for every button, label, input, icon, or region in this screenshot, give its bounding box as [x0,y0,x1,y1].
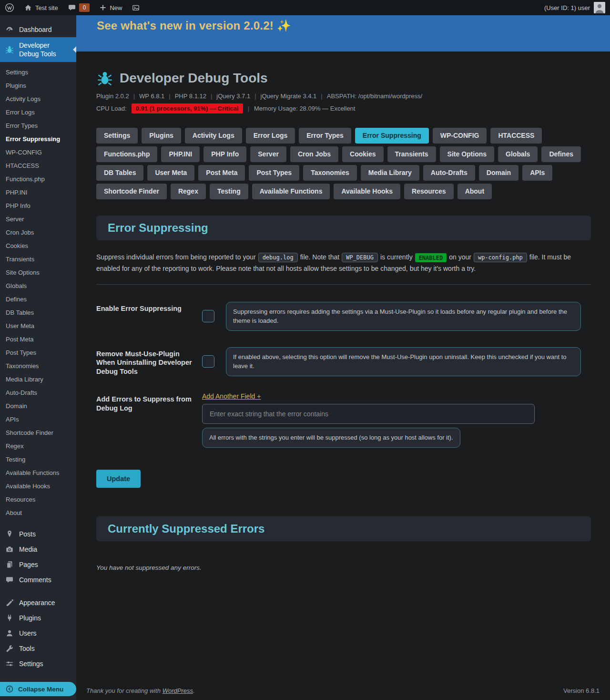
sidebar-subitem[interactable]: Globals [0,279,76,293]
site-name-link[interactable]: Test site [19,0,63,15]
tab-button[interactable]: Cookies [342,146,383,162]
tab-button[interactable]: Error Suppressing [355,128,429,144]
checkbox-rows: Enable Error Suppressing Suppressing err… [96,302,591,377]
tab-button[interactable]: Available Functions [252,184,330,199]
tab-button[interactable]: Plugins [142,128,181,144]
sidebar-subitem[interactable]: DB Tables [0,306,76,319]
tab-button[interactable]: Error Types [299,128,351,144]
comments-link[interactable]: 0 [63,0,95,15]
tab-button[interactable]: Functions.php [96,146,157,162]
sidebar-subitem[interactable]: WP-CONFIG [0,146,76,159]
tab-button[interactable]: Taxonomies [303,165,357,181]
wordpress-logo-button[interactable] [0,0,19,15]
tab-button[interactable]: Activity Logs [185,128,242,144]
tab-button[interactable]: Post Meta [198,165,245,181]
checkbox[interactable] [202,355,214,368]
tab-button[interactable]: Defines [541,146,581,162]
sidebar-item-settings[interactable]: Settings [0,656,76,671]
sidebar-subitem[interactable]: Domain [0,400,76,413]
tab-button[interactable]: Available Hooks [334,184,400,199]
tab-button[interactable]: Shortcode Finder [96,184,167,199]
tab-button[interactable]: Error Logs [246,128,295,144]
sidebar-subitem[interactable]: User Meta [0,319,76,333]
tab-button[interactable]: DB Tables [96,165,143,181]
sidebar-subitem[interactable]: Regex [0,440,76,453]
sidebar-subitem[interactable]: PHP.INI [0,186,76,199]
sidebar-subitem[interactable]: APIs [0,413,76,426]
sidebar-subitem[interactable]: Media Library [0,373,76,386]
media-toolbar-button[interactable] [127,0,145,15]
sidebar-subitem[interactable]: Shortcode Finder [0,426,76,440]
wordpress-link[interactable]: WordPress [163,687,193,694]
sidebar-subitem[interactable]: Cron Jobs [0,226,76,239]
admin-bar-left: Test site 0 New [0,0,145,15]
sidebar-subitem[interactable]: HTACCESS [0,159,76,173]
tab-button[interactable]: Transients [387,146,436,162]
memory-usage-label: Memory Usage: 28.09% — Excellent [254,105,355,112]
sidebar-subitem[interactable]: Post Types [0,346,76,360]
sidebar-item-pages[interactable]: Pages [0,557,76,572]
tab-button[interactable]: Media Library [361,165,419,181]
sidebar-item-posts[interactable]: Posts [0,526,76,542]
tab-button[interactable]: WP-CONFIG [433,128,487,144]
sidebar-subitem[interactable]: Taxonomies [0,360,76,373]
tab-button[interactable]: APIs [522,165,552,181]
sidebar-subitem[interactable]: Auto-Drafts [0,386,76,400]
checkbox[interactable] [202,310,214,322]
sidebar-item-dashboard[interactable]: Dashboard [0,22,76,37]
sidebar-item-users[interactable]: Users [0,626,76,641]
tab-button[interactable]: Resources [404,184,454,199]
tab-button[interactable]: Cron Jobs [290,146,338,162]
sidebar-subitem[interactable]: Resources [0,493,76,506]
meta-item: jQuery 3.7.1 [206,93,250,100]
tab-button[interactable]: PHP Info [203,146,246,162]
error-string-input[interactable] [202,404,535,424]
sidebar-subitem[interactable]: Error Suppressing [0,133,76,146]
sidebar-subitem[interactable]: Server [0,213,76,226]
sidebar-item-plugins[interactable]: Plugins [0,610,76,626]
sidebar-subitem[interactable]: Activity Logs [0,93,76,106]
new-content-button[interactable]: New [94,0,127,15]
tab-button[interactable]: Globals [498,146,538,162]
sidebar-subitem[interactable]: Testing [0,453,76,466]
sidebar-item-comments[interactable]: Comments [0,572,76,587]
sidebar-subitem[interactable]: Settings [0,66,76,79]
tab-button[interactable]: Testing [210,184,248,199]
tab-button[interactable]: Regex [171,184,206,199]
sidebar-subitem[interactable]: Available Functions [0,466,76,480]
sidebar-subitem[interactable]: Transients [0,253,76,266]
sidebar-subitem[interactable]: Plugins [0,79,76,93]
tab-button[interactable]: Auto-Drafts [423,165,475,181]
sidebar-subitem[interactable]: Functions.php [0,173,76,186]
tab-button[interactable]: Post Types [249,165,299,181]
sidebar-subitem[interactable]: Available Hooks [0,480,76,493]
tab-button[interactable]: Server [250,146,286,162]
new-label: New [110,4,122,11]
sidebar-subitem[interactable]: Defines [0,293,76,306]
tab-button[interactable]: Domain [479,165,518,181]
account-label[interactable]: (User ID: 1) user [544,4,590,11]
section-header-error-suppressing: Error Suppressing [96,216,591,240]
tab-button[interactable]: PHP.INI [161,146,200,162]
tab-button[interactable]: Settings [96,128,138,144]
sidebar-subitem[interactable]: Cookies [0,239,76,253]
collapse-menu-button[interactable]: Collapse Menu [0,682,76,696]
tab-button[interactable]: Site Options [440,146,494,162]
tab-button[interactable]: About [458,184,492,199]
sidebar-subitem[interactable]: Post Meta [0,333,76,346]
update-button[interactable]: Update [96,470,141,488]
tab-button[interactable]: User Meta [147,165,194,181]
intro-text: Suppress individual errors from being re… [96,252,591,275]
sidebar-subitem[interactable]: Error Types [0,119,76,133]
sidebar-item-appearance[interactable]: Appearance [0,595,76,610]
sidebar-item-media[interactable]: Media [0,542,76,557]
sidebar-item-tools[interactable]: Tools [0,641,76,656]
tab-button[interactable]: HTACCESS [490,128,542,144]
add-another-field-link[interactable]: Add Another Field + [202,392,261,400]
avatar[interactable] [594,2,605,13]
sidebar-subitem[interactable]: About [0,506,76,520]
sidebar-subitem[interactable]: Site Options [0,266,76,279]
sidebar-subitem[interactable]: Error Logs [0,106,76,119]
sidebar-item-developer-debug-tools[interactable]: Developer Debug Tools [0,37,76,62]
sidebar-subitem[interactable]: PHP Info [0,199,76,213]
